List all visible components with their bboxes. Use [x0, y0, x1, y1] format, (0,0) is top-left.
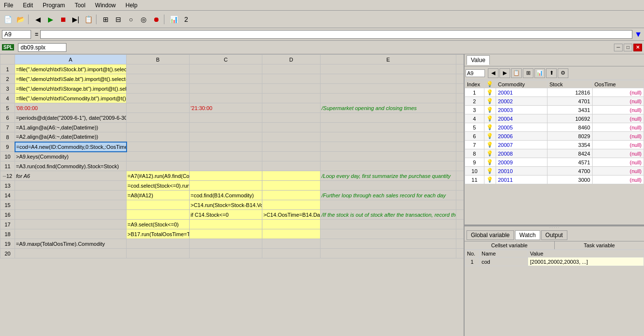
- cell-16-b[interactable]: [127, 210, 190, 220]
- cell-10-e[interactable]: [321, 152, 456, 161]
- cell-18-d[interactable]: [262, 229, 321, 239]
- menu-edit[interactable]: Edit: [21, 1, 35, 9]
- cell-16-e[interactable]: /If the stock is out of stock after the …: [321, 210, 456, 220]
- cell-17-a[interactable]: [15, 220, 127, 229]
- cell-9-c[interactable]: [190, 142, 262, 152]
- cell-10-f[interactable]: [456, 152, 464, 161]
- cell-ref-input[interactable]: [2, 30, 31, 39]
- toolbar-record[interactable]: ⏺: [150, 14, 162, 25]
- cell-15-d[interactable]: [262, 200, 321, 210]
- menu-help[interactable]: Help: [124, 1, 140, 9]
- cell-6-b[interactable]: [127, 113, 190, 123]
- cell-20-c[interactable]: [190, 249, 262, 258]
- cell-10-a[interactable]: >A9.keys(Commodity): [15, 152, 127, 161]
- cell-4-b[interactable]: [127, 94, 190, 103]
- formula-arrow[interactable]: ▼: [634, 30, 642, 39]
- menu-program[interactable]: Program: [41, 1, 67, 9]
- cell-2-a[interactable]: =file(".\demo\zh\txt\\Sale.bt").import@t…: [15, 74, 127, 84]
- cell-13-e[interactable]: [321, 181, 456, 191]
- cell-9-f[interactable]: [456, 142, 464, 152]
- cell-5-c[interactable]: '21:30:00: [190, 103, 262, 113]
- tab-output[interactable]: Output: [541, 230, 567, 240]
- cell-20-f[interactable]: [456, 249, 464, 258]
- cell-13-a[interactable]: [15, 181, 127, 191]
- toolbar-step[interactable]: ▶|: [70, 14, 81, 25]
- cell-9-e[interactable]: [321, 142, 456, 152]
- cell-5-a[interactable]: '08:00:00: [15, 103, 127, 113]
- spreadsheet[interactable]: A B C D E F 1=file(".\demo\zh\txt\\Stock…: [0, 54, 465, 336]
- cell-5-f[interactable]: [456, 103, 464, 113]
- cell-16-f[interactable]: [456, 210, 464, 220]
- toolbar-b1[interactable]: ⊞: [100, 14, 112, 25]
- cell-1-e[interactable]: [321, 64, 456, 74]
- val-commodity-4[interactable]: 20005: [496, 123, 547, 132]
- val-commodity-9[interactable]: 20010: [496, 167, 547, 176]
- cell-7-b[interactable]: [127, 123, 190, 132]
- cell-14-b[interactable]: =A8(#A12): [127, 191, 190, 200]
- cell-17-d[interactable]: [262, 220, 321, 229]
- cell-8-c[interactable]: [190, 132, 262, 142]
- col-header-f[interactable]: F: [456, 55, 464, 64]
- win-minimize[interactable]: ─: [614, 44, 623, 51]
- cell-17-f[interactable]: [456, 220, 464, 229]
- cell-16-a[interactable]: [15, 210, 127, 220]
- val-btn-copy[interactable]: 📋: [511, 68, 522, 78]
- cell-12-e[interactable]: /Loop every day, first summarize the pur…: [321, 171, 456, 181]
- cell-11-e[interactable]: [321, 161, 456, 171]
- cell-2-f[interactable]: [456, 74, 464, 84]
- win-close[interactable]: ✕: [633, 44, 642, 51]
- cell-13-c[interactable]: [190, 181, 262, 191]
- cell-18-a[interactable]: [15, 229, 127, 239]
- formula-input[interactable]: =cod=A4.new(ID:Commodity,0:Stock,:OosTim…: [40, 30, 632, 39]
- cell-5-e[interactable]: /Supermarket opening and closing times: [321, 103, 456, 113]
- cell-11-f[interactable]: [456, 161, 464, 171]
- val-btn-export[interactable]: ⬆: [546, 68, 557, 78]
- toolbar-b3[interactable]: ○: [125, 14, 137, 25]
- cell-14-c[interactable]: =cod.find(B14.Commodity): [190, 191, 262, 200]
- val-commodity-10[interactable]: 20011: [496, 176, 547, 184]
- cell-1-f[interactable]: [456, 64, 464, 74]
- cell-4-d[interactable]: [262, 94, 321, 103]
- val-commodity-5[interactable]: 20006: [496, 132, 547, 141]
- cell-15-b[interactable]: [127, 200, 190, 210]
- cell-1-d[interactable]: [262, 64, 321, 74]
- cell-2-e[interactable]: [321, 74, 456, 84]
- cell-19-b[interactable]: [127, 239, 190, 249]
- cell-3-a[interactable]: =file(".\demo\zh\txt\\Storage.bt").impor…: [15, 84, 127, 94]
- cell-18-b[interactable]: >B17.run(TotalOosTime=TotalOosTime+inter…: [127, 229, 190, 239]
- col-header-a[interactable]: A: [15, 55, 127, 64]
- cell-15-f[interactable]: [456, 200, 464, 210]
- menu-window[interactable]: Window: [93, 1, 118, 9]
- cell-12-b[interactable]: =A7(#A12).run(A9.find(Commodity).run(Sto…: [127, 171, 190, 181]
- cell-1-a[interactable]: =file(".\demo\zh\txt\\Stock.bt").import@…: [15, 64, 127, 74]
- cell-9-d[interactable]: [262, 142, 321, 152]
- toolbar-num[interactable]: 2: [180, 14, 192, 25]
- toolbar-chart[interactable]: 📊: [168, 14, 179, 25]
- cell-4-f[interactable]: [456, 94, 464, 103]
- cell-6-c[interactable]: [190, 113, 262, 123]
- cell-8-f[interactable]: [456, 132, 464, 142]
- cell-7-d[interactable]: [262, 123, 321, 132]
- cell-19-f[interactable]: [456, 239, 464, 249]
- cell-12-a[interactable]: for A6: [15, 171, 127, 181]
- cell-17-c[interactable]: [190, 220, 262, 229]
- cell-19-d[interactable]: [262, 239, 321, 249]
- cell-12-d[interactable]: [262, 171, 321, 181]
- cell-3-f[interactable]: [456, 84, 464, 94]
- cell-20-b[interactable]: [127, 249, 190, 258]
- cell-2-b[interactable]: [127, 74, 190, 84]
- subtab-cellset[interactable]: Cellset variable: [465, 241, 555, 249]
- cell-8-d[interactable]: [262, 132, 321, 142]
- cell-13-b[interactable]: =cod.select(Stock<=0).run(OosTime=string…: [127, 181, 190, 191]
- cell-17-e[interactable]: [321, 220, 456, 229]
- toolbar-back[interactable]: ◀: [32, 14, 44, 25]
- val-commodity-2[interactable]: 20003: [496, 106, 547, 114]
- toolbar-new[interactable]: 📄: [2, 14, 14, 25]
- cell-15-e[interactable]: [321, 200, 456, 210]
- cell-13-f[interactable]: [456, 181, 464, 191]
- val-commodity-3[interactable]: 20004: [496, 114, 547, 123]
- cell-13-d[interactable]: [262, 181, 321, 191]
- cell-6-e[interactable]: [321, 113, 456, 123]
- cell-7-c[interactable]: [190, 123, 262, 132]
- cell-5-d[interactable]: [262, 103, 321, 113]
